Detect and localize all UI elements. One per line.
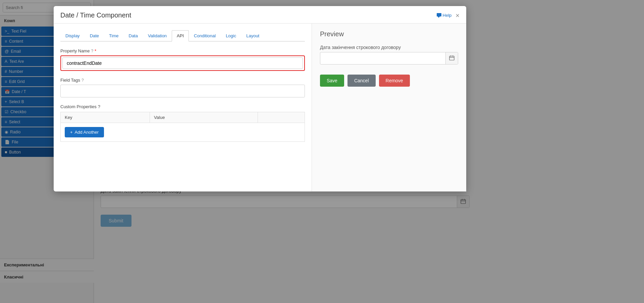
help-icon: ? <box>91 49 93 53</box>
modal-header-right: Help × <box>437 12 460 19</box>
preview-field-label: Дата закінчення строкового договору <box>320 45 458 50</box>
add-another-button[interactable]: + Add Another <box>65 127 104 137</box>
required-star: * <box>95 48 96 53</box>
tab-api[interactable]: API <box>172 30 189 42</box>
tab-layout[interactable]: Layout <box>241 30 264 42</box>
help-link[interactable]: Help <box>437 13 452 18</box>
tab-conditional[interactable]: Conditional <box>189 30 221 42</box>
custom-props-help-icon: ? <box>98 104 100 109</box>
modal-header: Date / Time Component Help × <box>54 6 466 24</box>
modal-left-panel: Display Date Time Data Validation API Co… <box>54 24 312 191</box>
svg-marker-5 <box>438 16 440 18</box>
custom-props-footer: + Add Another <box>60 123 305 142</box>
preview-date-input[interactable] <box>320 53 445 64</box>
property-name-section: Property Name ? * <box>60 48 305 71</box>
col-key: Key <box>61 112 150 123</box>
tab-data[interactable]: Data <box>124 30 143 42</box>
modal-dialog: Date / Time Component Help × Display Dat… <box>54 6 466 191</box>
add-another-label: Add Another <box>75 130 99 135</box>
preview-title: Preview <box>320 30 458 38</box>
tab-logic[interactable]: Logic <box>221 30 241 42</box>
tab-display[interactable]: Display <box>60 30 85 42</box>
remove-button[interactable]: Remove <box>379 75 410 87</box>
custom-properties-section: Custom Properties ? Key Value + <box>60 104 305 142</box>
preview-date-row <box>320 52 458 64</box>
cancel-button[interactable]: Cancel <box>347 75 376 87</box>
help-label: Help <box>443 13 452 18</box>
tab-time[interactable]: Time <box>104 30 123 42</box>
property-name-box <box>60 55 305 71</box>
property-name-label: Property Name ? * <box>60 48 305 53</box>
plus-icon: + <box>70 130 73 135</box>
field-tags-section: Field Tags ? <box>60 78 305 97</box>
field-tags-help-icon: ? <box>82 78 84 83</box>
col-action <box>258 112 305 123</box>
modal-actions: Save Cancel Remove <box>320 75 458 87</box>
close-button[interactable]: × <box>455 12 460 19</box>
tab-bar: Display Date Time Data Validation API Co… <box>60 30 305 42</box>
custom-props-label: Custom Properties ? <box>60 104 305 109</box>
field-tags-label: Field Tags ? <box>60 78 305 83</box>
svg-rect-6 <box>449 56 454 60</box>
modal-right-panel: Preview Дата закінчення строкового догов… <box>312 24 466 191</box>
property-name-input[interactable] <box>62 57 303 69</box>
save-button[interactable]: Save <box>320 75 344 87</box>
modal-body: Display Date Time Data Validation API Co… <box>54 24 466 191</box>
tab-date[interactable]: Date <box>85 30 104 42</box>
modal-title: Date / Time Component <box>60 11 131 19</box>
col-value: Value <box>150 112 258 123</box>
svg-rect-4 <box>437 13 441 16</box>
custom-props-table: Key Value <box>60 112 305 123</box>
field-tags-input[interactable] <box>60 85 305 97</box>
preview-calendar-icon[interactable] <box>445 52 458 64</box>
tab-validation[interactable]: Validation <box>143 30 172 42</box>
